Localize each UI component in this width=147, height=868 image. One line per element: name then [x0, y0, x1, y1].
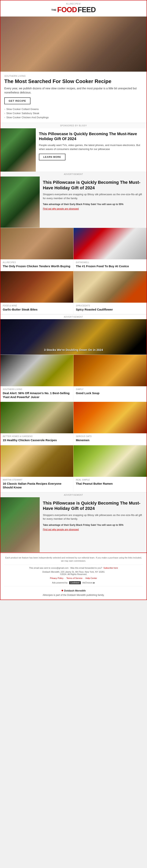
hero-content: Southern Living The Most Searched For Sl…	[0, 72, 147, 123]
email-header: allrecipes! THE FOOD FEED	[0, 0, 147, 17]
privacy-link[interactable]: Privacy Policy	[50, 577, 63, 579]
grid-title-7: 15 Healthy Chicken Casserole Recipes	[3, 438, 71, 442]
ad-promo-2: Take advantage of their Early Black Frid…	[43, 524, 143, 526]
grid-item-4[interactable]: SpruceEats Spicy Roasted Cauliflower	[73, 271, 147, 314]
grid-source-6: Simply	[76, 388, 144, 391]
ad2-image-col	[0, 497, 40, 552]
grid-item-4-content: SpruceEats Spicy Roasted Cauliflower	[73, 303, 147, 314]
grid-2: Southern Living Deal Alert: 56% Off Amaz…	[0, 355, 147, 445]
ad-label-1: ADVERTISEMENT	[0, 172, 147, 177]
footer-ads: Ads powered by LiveIntent AdChoices ▶	[4, 581, 143, 584]
hero-description: Every year, we publish dozens of new slo…	[4, 86, 143, 95]
ramen-image	[73, 445, 147, 477]
grid-source-1: allrecipes	[3, 261, 71, 264]
grid-item-9-content: martha stewart 16 Classic Italian Pasta …	[0, 477, 73, 492]
grid-3: martha stewart 16 Classic Italian Pasta …	[0, 445, 147, 493]
grid-item-2-content: EatingWell The #1 Frozen Food To Buy At …	[73, 259, 147, 271]
grid-item-5[interactable]: Southern Living Deal Alert: 56% Off Amaz…	[0, 355, 73, 402]
learn-more-button[interactable]: LEARN MORE	[39, 154, 66, 160]
logo-container: THE FOOD FEED	[4, 6, 143, 14]
related-link-3[interactable]: Slow Cooker Chicken And Dumplings	[4, 115, 143, 119]
sponsored-content: This Pillowcase Is Quickly Becoming The …	[0, 128, 147, 172]
grid-source-8: serious oats	[76, 435, 144, 437]
grid-title-8: Menemen	[76, 438, 144, 442]
ad-banner-stocks: ADVERTISEMENT 3 Stocks We're Doubling Do…	[0, 314, 147, 355]
cauliflower-image	[73, 271, 147, 303]
hero-source: Southern Living	[4, 75, 143, 77]
subscribe-link[interactable]: Subscribe here	[103, 567, 118, 569]
grid-source-7: Better Homes & Gardens	[3, 435, 71, 437]
juicer-image	[0, 355, 73, 386]
grid-item-8[interactable]: serious oats Menemen	[73, 402, 147, 445]
related-link-2[interactable]: Slow Cooker Salisbury Steak	[4, 111, 143, 115]
ad-description-2: Shoppers everywhere are snapping up Blis…	[43, 513, 143, 521]
footer-links: Privacy Policy · Terms of Service · Help…	[4, 577, 143, 579]
sponsored-text: This Pillowcase Is Quickly Becoming The …	[36, 128, 147, 172]
adchoices-link[interactable]: AdChoices ▶	[82, 582, 95, 584]
steak-image	[0, 271, 73, 303]
grid-title-10: Thai Peanut Butter Ramen	[76, 482, 144, 486]
get-recipe-button[interactable]: GET RECIPE	[4, 97, 31, 104]
footer-email-line: This email was sent to xxxxx@gmail.com ·…	[4, 567, 143, 569]
casserole-image	[0, 402, 73, 433]
sponsored-image	[0, 128, 36, 172]
grid-title-4: Spicy Roasted Cauliflower	[76, 308, 144, 311]
logo-food: FOOD	[57, 6, 77, 14]
logo-feed: FEED	[78, 6, 96, 14]
ads-label: Ads powered by	[52, 582, 68, 584]
ad-text-col: This Pillowcase is Quickly Becoming The …	[40, 177, 147, 228]
email-line-text: This email was sent to xxxxx@gmail.com ·…	[29, 567, 102, 569]
stocks-ad-image[interactable]: 3 Stocks We're Doubling Down On in 2024	[0, 319, 147, 354]
grid-title-9: 16 Classic Italian Pasta Recipes Everyon…	[3, 482, 71, 489]
hero-title: The Most Searched For Slow Cooker Recipe	[4, 78, 143, 85]
soup-image	[73, 355, 147, 386]
email-footer: Each product we feature has been indepen…	[0, 553, 147, 599]
grid-item-1[interactable]: allrecipes The Only Frozen Chicken Tende…	[0, 228, 73, 271]
grid-item-10[interactable]: REAL SIMPLE Thai Peanut Butter Ramen	[73, 445, 147, 492]
footer-brand: ● Dotdash Meredith	[4, 588, 143, 592]
chicken-tenders-image	[0, 228, 73, 259]
liveintent-logo[interactable]: LiveIntent	[69, 581, 81, 584]
ad-title-2: This Pillowcase is Quickly Becoming The …	[43, 500, 143, 511]
grid-item-3[interactable]: FOOD & WINE Garlic-Butter Steak Bites	[0, 271, 73, 314]
ad-image-col	[0, 177, 40, 228]
sponsored-block-1: SPONSORED BY BLISSY This Pillowcase Is Q…	[0, 123, 147, 172]
logo-the: THE	[51, 8, 57, 11]
grid-source-5: Southern Living	[3, 388, 71, 391]
footer-address: Dotdash Meredith, 225 Liberty St, 4th Fl…	[4, 571, 143, 576]
grid-item-6-content: Simply Good Luck Soup	[73, 386, 147, 398]
grid-item-7[interactable]: Better Homes & Gardens 15 Healthy Chicke…	[0, 402, 73, 445]
ad-label-2: ADVERTISEMENT	[0, 493, 147, 497]
stocks-overlay-text: 3 Stocks We're Doubling Down On in 2024	[44, 348, 103, 351]
costco-image	[73, 228, 147, 259]
grid-title-5: Deal Alert: 56% Off Amazon's No. 1 Best-…	[3, 391, 71, 399]
pillow-image	[0, 128, 36, 172]
grid-item-10-content: REAL SIMPLE Thai Peanut Butter Ramen	[73, 477, 147, 488]
ad-block-1: ADVERTISEMENT This Pillowcase is Quickly…	[0, 172, 147, 228]
ad-link-1[interactable]: Find out why people are obsessed	[43, 208, 79, 210]
related-link-1[interactable]: Slow Cooker Collard Greens	[4, 107, 143, 111]
ad-banner-label: ADVERTISEMENT	[0, 315, 147, 319]
terms-link[interactable]: Terms of Service	[66, 577, 82, 579]
grid-item-1-content: allrecipes The Only Frozen Chicken Tende…	[0, 259, 73, 271]
grid-item-5-content: Southern Living Deal Alert: 56% Off Amaz…	[0, 386, 73, 402]
ad-inner-2: This Pillowcase is Quickly Becoming The …	[0, 497, 147, 552]
hero-image	[0, 17, 147, 72]
editorial-note: Each product we feature has been indepen…	[4, 556, 143, 563]
grid-item-6[interactable]: Simply Good Luck Soup	[73, 355, 147, 402]
grid-source-3: FOOD & WINE	[3, 305, 71, 307]
ad2-pillow-image	[0, 497, 40, 552]
pasta-image	[0, 445, 73, 477]
allrecipes-label: allrecipes!	[4, 3, 143, 5]
article-hero: Southern Living The Most Searched For Sl…	[0, 17, 147, 123]
grid-source-10: REAL SIMPLE	[76, 479, 144, 481]
help-link[interactable]: Help Center	[85, 577, 97, 579]
grid-item-9[interactable]: martha stewart 16 Classic Italian Pasta …	[0, 445, 73, 492]
grid-item-3-content: FOOD & WINE Garlic-Butter Steak Bites	[0, 303, 73, 314]
ad-description-1: Shoppers everywhere are snapping up Blis…	[43, 192, 143, 200]
ad-link-2[interactable]: Find out why people are obsessed	[43, 528, 79, 531]
grid-item-2[interactable]: EatingWell The #1 Frozen Food To Buy At …	[73, 228, 147, 271]
ad-inner-1: This Pillowcase is Quickly Becoming The …	[0, 177, 147, 228]
ad2-text-col: This Pillowcase is Quickly Becoming The …	[40, 497, 147, 552]
dotdash-logo: ● Dotdash Meredith	[61, 588, 86, 592]
